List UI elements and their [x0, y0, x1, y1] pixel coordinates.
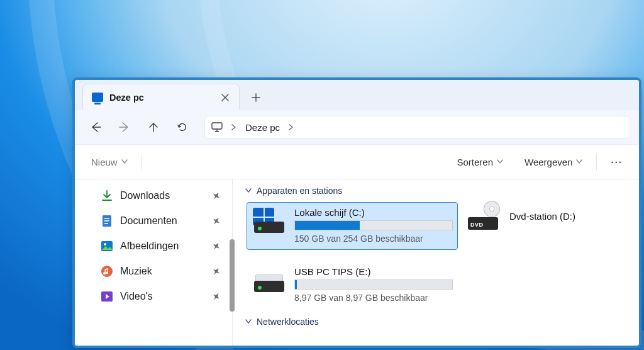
sidebar-item-label: Documenten [120, 215, 177, 227]
download-icon [100, 189, 114, 203]
title-bar: Deze pc [75, 80, 639, 110]
up-button[interactable] [142, 116, 165, 138]
monitor-icon [211, 122, 223, 132]
tab-close-button[interactable] [218, 91, 233, 104]
drive-name: Dvd-station (D:) [509, 211, 575, 222]
sidebar-item-label: Muziek [120, 266, 152, 277]
drive-c[interactable]: Lokale schijf (C:) 150 GB van 254 GB bes… [247, 202, 458, 250]
pin-icon [210, 290, 222, 302]
chevron-down-icon [576, 159, 582, 164]
back-button[interactable] [84, 116, 108, 138]
navigation-pane: Downloads Documenten Afbeeldingen [75, 179, 233, 346]
sidebar-item-label: Afbeeldingen [120, 240, 179, 252]
chevron-down-icon [245, 319, 252, 324]
usb-drive-icon [252, 267, 287, 295]
more-button[interactable]: ··· [607, 154, 626, 170]
sort-button-label: Sorteren [457, 157, 494, 167]
group-header-network[interactable]: Netwerklocaties [245, 317, 630, 327]
chevron-right-icon [231, 124, 236, 130]
music-icon [100, 264, 114, 278]
svg-rect-3 [104, 220, 109, 222]
sidebar-item-videos[interactable]: Video's [75, 284, 232, 309]
sort-button[interactable]: Sorteren [453, 154, 508, 170]
pin-icon [210, 240, 222, 252]
sidebar-scrollbar[interactable] [230, 239, 235, 312]
file-explorer-window: Deze pc Deze pc [72, 77, 641, 348]
command-toolbar: Nieuw Sorteren Weergeven ··· [75, 145, 639, 179]
devices-row: Lokale schijf (C:) 150 GB van 254 GB bes… [247, 202, 630, 309]
dvd-badge: DVD [470, 222, 484, 228]
sidebar-item-music[interactable]: Muziek [75, 259, 232, 284]
view-button-label: Weergeven [525, 157, 572, 167]
pictures-icon [100, 239, 114, 253]
drive-usage-bar [294, 279, 453, 290]
sidebar-item-label: Video's [120, 291, 153, 302]
svg-rect-0 [212, 123, 222, 129]
group-title: Netwerklocaties [257, 317, 319, 327]
new-tab-button[interactable] [243, 85, 269, 110]
svg-rect-2 [104, 218, 109, 219]
chevron-down-icon [497, 159, 503, 164]
new-button-label: Nieuw [91, 157, 118, 167]
drive-free-space: 8,97 GB van 8,97 GB beschikbaar [294, 293, 453, 303]
navigation-bar: Deze pc [75, 110, 639, 145]
drive-usage-bar [294, 220, 453, 230]
main-panel: Apparaten en stations Lokale schijf (C:)… [233, 179, 639, 346]
svg-rect-4 [104, 223, 108, 224]
drive-name: Lokale schijf (C:) [294, 207, 453, 218]
toolbar-divider [142, 154, 142, 170]
svg-point-7 [101, 266, 113, 277]
address-bar[interactable]: Deze pc [204, 116, 630, 138]
group-title: Apparaten en stations [257, 186, 342, 196]
document-icon [100, 214, 114, 228]
this-pc-icon [92, 93, 103, 102]
tab-title: Deze pc [109, 93, 144, 103]
ellipsis-icon: ··· [611, 157, 623, 167]
chevron-down-icon [245, 188, 252, 193]
chevron-down-icon [121, 159, 128, 164]
toolbar-divider [596, 154, 597, 170]
drive-free-space: 150 GB van 254 GB beschikbaar [294, 234, 453, 244]
forward-button[interactable] [113, 116, 136, 138]
drive-e[interactable]: USB PC TIPS (E:) 8,97 GB van 8,97 GB bes… [247, 261, 458, 309]
refresh-button[interactable] [170, 116, 194, 138]
chevron-right-icon [289, 124, 294, 130]
local-disk-icon [252, 208, 287, 235]
breadcrumb-this-pc[interactable]: Deze pc [245, 122, 280, 133]
group-header-devices[interactable]: Apparaten en stations [245, 186, 630, 196]
sidebar-item-label: Downloads [120, 190, 170, 201]
dvd-drive-icon: DVD [468, 202, 502, 230]
drive-dvd[interactable]: DVD Dvd-station (D:) [468, 202, 587, 230]
sidebar-item-documents[interactable]: Documenten [75, 208, 232, 234]
pin-icon [210, 265, 222, 277]
pin-icon [210, 215, 222, 227]
drive-name: USB PC TIPS (E:) [294, 266, 453, 277]
content-area: Downloads Documenten Afbeeldingen [75, 179, 639, 346]
view-button[interactable]: Weergeven [521, 154, 586, 170]
sidebar-item-downloads[interactable]: Downloads [75, 183, 232, 208]
svg-point-6 [104, 243, 106, 246]
pin-icon [210, 189, 222, 201]
tab-this-pc[interactable]: Deze pc [82, 84, 240, 110]
sidebar-item-pictures[interactable]: Afbeeldingen [75, 234, 232, 259]
videos-icon [100, 290, 114, 303]
new-button[interactable]: Nieuw [87, 154, 131, 170]
